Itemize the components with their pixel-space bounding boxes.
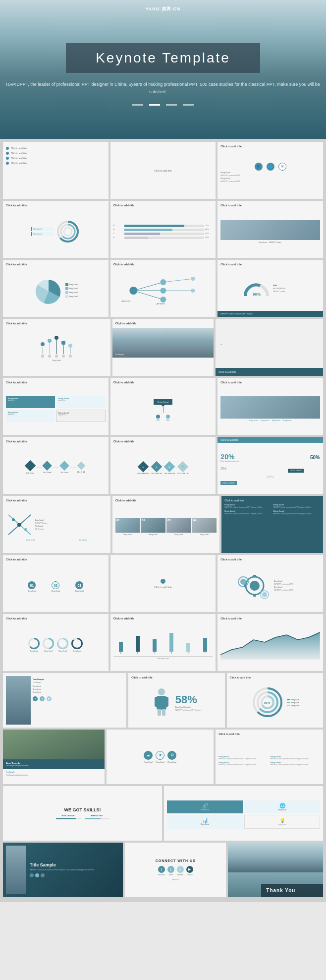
person-label-3: Being Social [272,420,280,422]
slide-2-3[interactable]: Click to add title Being Social — RAPIDP… [217,201,323,258]
slide-title-8-1: Click to add title [6,558,106,561]
slide-3-2[interactable]: Click to add title LAPTOPS LAPTOPS [110,260,216,317]
slide-6-1[interactable]: Click to add title Click To Add Click To… [3,437,109,494]
photo-desc: Being Social — RAPIDPPT leader... [259,242,282,244]
slide-7-3[interactable]: Click to add title Being Social RAPIDPPT… [221,496,323,553]
bottom-label-1: Being Social [26,539,35,541]
road-caption: No Sample [115,354,124,356]
slide-4-3[interactable]: ● Click to add title [216,319,323,376]
slide-5-1[interactable]: Click to add title Being Social RAPIDPPT… [3,378,109,435]
gear-chart [237,571,272,601]
dark-slide-content: Click to add title Being Social RAPIDPPT… [221,496,323,518]
person-desc: Being Social [33,685,121,687]
slides-container: Click to add title Click to add title Cl… [0,139,326,902]
dot-2[interactable] [149,104,160,106]
slide-1-2[interactable]: Click to add title [110,142,216,199]
title-sample-text: Title Sample [30,862,118,867]
slide-10-2[interactable]: Click to add title 58% Being Social desc… [128,673,224,728]
click-title: Click to add title [218,370,320,373]
desc-1: RAPIDPPT, professional PPT... [220,175,320,177]
slide-title-9-3: Click to add title [220,617,320,620]
photo-cap-4: Being Social [192,534,217,536]
slide-7-1[interactable]: Click to add title Being Social RAPIDPPT… [3,496,110,553]
slide-5-2[interactable]: Click to add title Being Social label [110,378,216,435]
light-box-2: Being Social RAPIDPPT... [6,410,54,422]
slide-9-2[interactable]: Click to add title A B C [110,614,216,671]
connect-in[interactable]: in [177,866,184,873]
teal-header: Click to add title [217,437,323,443]
slide-7-2[interactable]: Click to add title 01 02 03 04 [112,496,220,553]
title-sample-photo [6,846,26,894]
step-02-text: Being Social [52,590,60,592]
slide-1-3[interactable]: Click to add title 👤 🌐 ✉ Being Social RA… [217,142,323,199]
slide-title-sample[interactable]: Title Sample RAPIDPPT, the leader of pro… [3,843,123,897]
logo: YANU 演界 CN [146,6,181,12]
connect-yt[interactable]: ▶ [186,866,193,873]
slide-4-1-label: Being Social [53,360,61,362]
dot-4[interactable] [183,104,194,106]
svg-point-27 [240,579,246,585]
teal-text-box: Few Sample Few Sample description text h… [3,759,105,769]
percent-detail: RAPIDPPT professional PPT designer... [175,709,202,711]
slide-6-3[interactable]: Click to add title 20% Being Social desc… [217,437,323,494]
slide-10-3[interactable]: Click to add title 80% Being Social B [227,673,323,728]
ring-4 [71,637,83,650]
slide-4-1[interactable]: Click to add title [3,319,110,376]
dot-1[interactable] [132,104,143,106]
slide-10-1[interactable]: Few Sample Few Sample Being Social Being… [3,673,126,728]
title-dot-2 [35,873,39,877]
svg-point-22 [12,518,15,521]
slide-row-9: Click to add title Being Social [3,614,323,671]
person-label-2: Being Social [261,420,269,422]
slide-12-1[interactable]: WE GOT SKILLS! WEB DESIGN MARKETING [3,786,162,841]
slide-8-1[interactable]: Click to add title 01 Being Social 02 Be… [3,555,109,612]
pie-chart [34,277,63,305]
connect-tw[interactable]: t [167,866,174,873]
col-3-desc: RAPIDPPT, leader of professional PPT des… [218,764,268,766]
slide-8-2[interactable]: Click to add title [110,555,216,612]
slide-11-2[interactable]: ☁ Flying Social ★ Flying Social ⚙ Flying… [107,730,214,784]
svg-text:90%: 90% [253,292,261,297]
slide-row-6: Click to add title Click To Add Click To… [3,437,323,494]
slide-2-2[interactable]: Click to add title A75% B60% C45% D30% [110,201,216,258]
connect-fb[interactable]: f [158,866,165,873]
slide-11-3[interactable]: Click to add title Being Social RAPIDPPT… [216,730,323,784]
slide-row-13: Title Sample RAPIDPPT, the leader of pro… [3,843,323,897]
pct-50: 50% [272,455,320,460]
slide-12-2[interactable]: 🔗 Being Social 🌐 Being Social 📊 Being So… [164,786,323,841]
chart-desc-1: RAPIDPPT leader... [35,522,48,524]
slide-connect[interactable]: CONNECT WITH US f Facebook t Twitter in … [125,843,226,897]
click-add-btn[interactable]: CLICK TO ADD [288,469,304,473]
dot-3[interactable] [166,104,177,106]
svg-text:LAPTOPS: LAPTOPS [121,300,130,303]
click-add-btn-2[interactable]: Click to add title [220,481,237,485]
slide-1-1[interactable]: Click to add title Click to add title Cl… [3,142,109,199]
slide-thank-you[interactable]: Thank You [228,843,323,897]
col-1-desc: RAPIDPPT, leader of professional PPT des… [218,758,268,760]
slide-9-1[interactable]: Click to add title Being Social [3,614,109,671]
gear-desc-1: RAPIDPPT, professional PPT... [274,583,304,585]
slide-3-1[interactable]: Click to add title Being Social Being So… [3,260,109,317]
slide-2-1[interactable]: Click to add title Information 1 Informa… [3,201,109,258]
slide-6-2[interactable]: Click to add title 1 Click To Add Title … [110,437,216,494]
connect-tw-label: Twitter [168,874,173,876]
multi-ring: 80% [250,686,285,719]
svg-line-8 [163,279,193,282]
dot-text: ● [220,343,318,345]
dark-col-1-text: RAPIDPPT, leader of professional PPT des… [224,506,271,508]
svg-point-42 [158,688,165,695]
svg-point-25 [250,581,260,591]
slide-4-2[interactable]: Click to add title No Sample [112,319,214,376]
svg-rect-45 [164,697,168,707]
slide-title-10-3: Click to add title [230,676,320,679]
social-icon-3: in [47,696,52,701]
slide-8-3[interactable]: Click to add title [217,555,323,612]
slide-3-3[interactable]: Click to add title 90% 90% MY EXPERIENCE… [217,260,323,317]
slide-9-3[interactable]: Click to add title [217,614,323,671]
slide-11-1[interactable]: Few Sample Few Sample description text h… [3,730,105,784]
slide-5-3[interactable]: Click to add title Being Social Being So… [217,378,323,435]
photo-1: 01 [115,518,140,533]
slide-title-4-1: Click to add title [6,322,108,325]
people-photo [220,220,320,240]
dark-strip: RAPIDPPT, leader of professional PPT des… [217,311,323,317]
